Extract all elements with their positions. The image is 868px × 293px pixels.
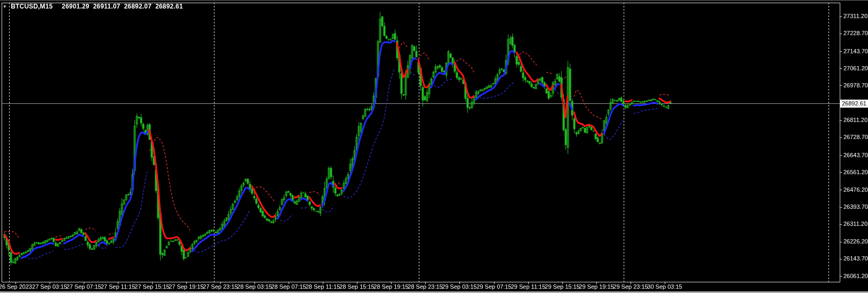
- symbol-period-label: BTCUSD,M15: [11, 3, 53, 10]
- price-axis-label: 26643.70: [843, 152, 868, 159]
- chart-canvas[interactable]: [0, 1, 868, 293]
- price-axis-label: 26978.70: [843, 82, 868, 89]
- time-axis-label: 30 Sep 03:15: [642, 283, 687, 290]
- ohlc-open: 26901.29: [62, 3, 90, 10]
- price-axis-label: 26811.20: [843, 117, 867, 124]
- ohlc-low: 26892.07: [124, 3, 152, 10]
- symbol-dropdown-icon[interactable]: ▼: [3, 4, 7, 9]
- price-axis-label: 26226.20: [843, 238, 868, 245]
- price-axis-label: 26476.20: [843, 186, 868, 193]
- ohlc-high: 26911.07: [93, 3, 120, 10]
- current-price-tag: 26892.61: [840, 100, 868, 108]
- chart-window: ▼BTCUSD,M1526901.2926911.0726892.0726892…: [0, 0, 868, 293]
- price-axis-label: 26561.20: [843, 169, 868, 176]
- ohlc-close: 26892.61: [155, 3, 183, 10]
- price-axis-label: 26728.70: [843, 134, 868, 141]
- price-axis-label: 26311.20: [843, 221, 867, 227]
- price-axis-label: 27061.20: [843, 65, 868, 72]
- price-axis-label: 27143.70: [843, 48, 868, 55]
- price-axis-label: 27311.20: [843, 13, 867, 20]
- price-axis-label: 26143.70: [843, 255, 868, 262]
- title-bar: ▼BTCUSD,M1526901.2926911.0726892.0726892…: [3, 3, 183, 10]
- price-axis-label: 26393.70: [843, 204, 868, 210]
- price-axis-label: 26061.20: [843, 273, 868, 280]
- price-axis-label: 27228.70: [843, 30, 868, 37]
